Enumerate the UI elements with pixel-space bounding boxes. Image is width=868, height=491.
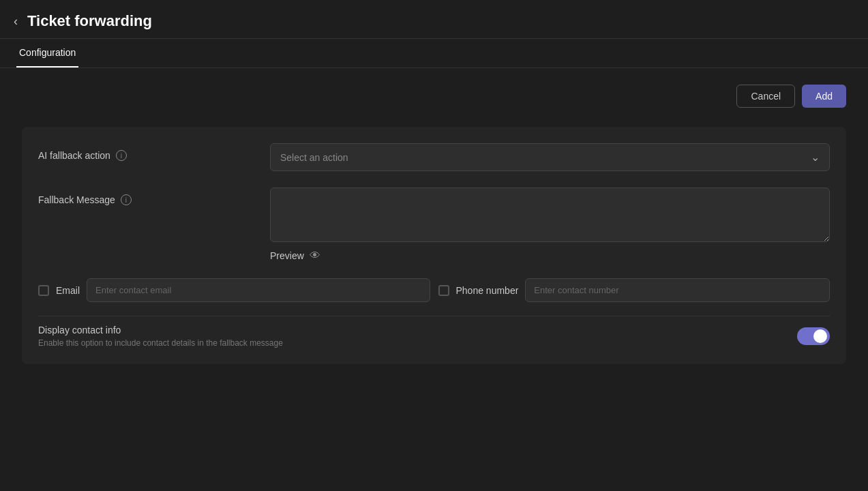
phone-label: Phone number [456, 285, 519, 296]
phone-section: Phone number [438, 278, 830, 302]
ai-fallback-dropdown[interactable]: Select an action ⌄ [270, 143, 830, 171]
page-container: ‹ Ticket forwarding Configuration Cancel… [0, 0, 868, 381]
back-icon[interactable]: ‹ [14, 14, 18, 29]
ai-fallback-label: AI fallback action i [38, 143, 270, 161]
phone-checkbox[interactable] [438, 285, 449, 296]
display-contact-info-text: Display contact info Enable this option … [38, 325, 283, 348]
fallback-message-field: Preview 👁 [270, 188, 830, 262]
contact-row: Email Phone number [38, 278, 830, 302]
email-section: Email [38, 278, 430, 302]
display-contact-info-subtitle: Enable this option to include contact de… [38, 338, 283, 348]
eye-icon: 👁 [310, 250, 320, 262]
email-checkbox[interactable] [38, 285, 49, 296]
display-contact-toggle[interactable] [797, 327, 830, 345]
action-bar: Cancel Add [22, 85, 846, 108]
phone-input[interactable] [525, 278, 830, 302]
fallback-message-row: Fallback Message i Preview 👁 [38, 188, 830, 262]
ai-fallback-label-text: AI fallback action [38, 150, 110, 161]
fallback-message-label: Fallback Message i [38, 188, 270, 205]
tab-configuration[interactable]: Configuration [16, 39, 78, 68]
display-contact-info-row: Display contact info Enable this option … [38, 316, 830, 348]
cancel-button[interactable]: Cancel [736, 85, 795, 108]
add-button[interactable]: Add [802, 85, 846, 108]
chevron-down-icon: ⌄ [811, 151, 820, 164]
tabs: Configuration [0, 39, 868, 68]
preview-row[interactable]: Preview 👁 [270, 250, 830, 262]
display-contact-info-title: Display contact info [38, 325, 283, 336]
preview-label: Preview [270, 250, 304, 261]
header: ‹ Ticket forwarding [0, 0, 868, 39]
ai-fallback-field: Select an action ⌄ [270, 143, 830, 171]
ai-fallback-row: AI fallback action i Select an action ⌄ [38, 143, 830, 171]
toggle-slider [797, 327, 830, 345]
main-content: Cancel Add AI fallback action i Select a… [0, 68, 868, 381]
form-section: AI fallback action i Select an action ⌄ … [22, 127, 846, 364]
ai-fallback-info-icon[interactable]: i [116, 150, 127, 161]
email-label: Email [56, 285, 80, 296]
email-input[interactable] [87, 278, 430, 302]
dropdown-placeholder: Select an action [280, 152, 348, 163]
fallback-message-textarea[interactable] [270, 188, 830, 242]
fallback-message-info-icon[interactable]: i [121, 194, 132, 205]
page-title: Ticket forwarding [27, 12, 152, 30]
fallback-message-label-text: Fallback Message [38, 194, 115, 205]
